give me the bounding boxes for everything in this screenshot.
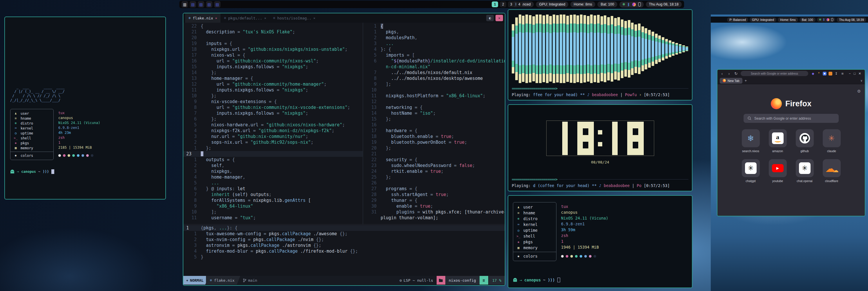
minimize-button[interactable]: − (849, 72, 850, 75)
window-button-1[interactable]: ▤ (190, 1, 196, 7)
code-line: 2 sops-nix.url = "github:Mic92/sops-nix"… (183, 139, 363, 145)
back-button[interactable]: ‹ (720, 71, 724, 76)
shortcut-claude[interactable]: ✳claude (823, 129, 841, 153)
bluetooth-icon[interactable]: ᛒ (823, 18, 825, 21)
fetch-value: 4h 23m (58, 131, 100, 136)
terminal-palette-dots (58, 153, 100, 158)
shortcut-youtube[interactable]: ▶youtube (769, 159, 787, 183)
shortcut-search-nixos[interactable]: ❄search.nixos (742, 129, 760, 153)
buffer-close-icon[interactable]: ✕ (264, 16, 266, 20)
terminal-window-right[interactable]: ♟user≡hname❄distro⌨kernel◷uptime>_shell❖… (508, 195, 692, 288)
clock-window[interactable]: 08/08/24 ======================> Playing… (508, 104, 692, 192)
color-picker-icon[interactable] (827, 18, 829, 21)
code-line: 9 "x86_64-linux" (183, 203, 363, 209)
search-input[interactable]: Search with Google or enter address (744, 114, 839, 123)
fastfetch-output: ♟user≡hname❄distro⌨kernel◷uptime>_shell❖… (513, 202, 687, 261)
editor-pane-pkgs-default[interactable]: 1{pkgs, ...}: {1 tux-awesome-wm-config =… (183, 224, 505, 276)
cava-bar (519, 14, 521, 83)
reload-button[interactable]: ↻ (734, 71, 738, 76)
window-button-3[interactable]: ▤ (206, 1, 212, 7)
forward-button[interactable]: › (727, 71, 731, 76)
color-picker-icon[interactable] (632, 3, 636, 6)
line-number: 3 (183, 134, 201, 139)
shortcut-label: github (796, 149, 814, 153)
shortcut-amazon[interactable]: aamazon (769, 129, 787, 153)
neovim-window[interactable]: ❄flake.nix✕❄pkgs/default...✕❄hosts/isoIm… (183, 13, 505, 286)
window-button-4[interactable]: ▤ (214, 1, 220, 7)
terminal-window-left[interactable]: _ ___ ____ ____ / |/ (_)_ __ / __ \/ __/… (4, 17, 166, 200)
buffer-close-button[interactable]: ✕ (496, 15, 503, 21)
terminal-cursor (51, 169, 54, 174)
cava-bar (611, 16, 613, 82)
workspace-button-4[interactable]: 4 (516, 1, 523, 7)
code-line: 3 nixpkgs, (183, 169, 363, 174)
personalize-gear-icon[interactable]: ⚙ (857, 89, 861, 93)
tab-list-chevron-icon[interactable]: ∨ (861, 79, 863, 82)
workspaces: 1234 (492, 1, 523, 7)
clock-date: 08/08/24 (512, 160, 688, 164)
buffer-tab-flake-nix[interactable]: ❄flake.nix✕ (185, 13, 220, 23)
menu-button[interactable]: ≡ (840, 71, 845, 76)
url-bar[interactable]: Search with Google or enter address (741, 71, 808, 76)
addon-icon-2[interactable]: ❜ (817, 72, 821, 76)
workspace-button-3[interactable]: 3 (508, 1, 514, 7)
shell-prompt[interactable]: →canopus~))) (513, 278, 687, 282)
network-icon[interactable]: ❋ (622, 2, 625, 6)
app-launcher-button[interactable]: ▥ (182, 1, 188, 7)
cava-bar (553, 14, 555, 83)
palette-dot (77, 154, 80, 157)
maximize-button[interactable]: □ (854, 72, 856, 75)
workspace-button-1[interactable]: 1 (492, 1, 498, 7)
shortcut-github[interactable]: github (796, 129, 814, 153)
tab-new-tab[interactable]: New Tab (720, 78, 742, 84)
cava-visualizer (512, 14, 688, 84)
fetch-values: tuxcanopusNixOS 24.11 (Vicuna)6.9.8-zen1… (556, 202, 608, 261)
cava-bar (655, 34, 658, 64)
line-number: 13 (183, 76, 201, 81)
lsp-status: ⚙LSP ~ null-ls (400, 278, 433, 283)
buffer-tab-pkgs-default-[interactable]: ❄pkgs/default...✕ (220, 13, 270, 23)
fetch-label: uptime (21, 131, 33, 135)
fetch-row: ⌨kernel (13, 126, 51, 131)
buffer-close-icon[interactable]: ✕ (313, 16, 315, 20)
workspace-button-2[interactable]: 2 (500, 1, 506, 7)
buffer-close-icon[interactable]: ✕ (215, 16, 217, 20)
prompt-chevrons: ))) (43, 170, 49, 174)
editor-pane-iso-image[interactable]: 1{1 pkgs,2 modulesPath,3 ...4}: {5 impor… (363, 23, 505, 224)
line-number: 4 (363, 47, 381, 52)
line-number: 3 (183, 242, 201, 248)
addon-icon-4[interactable] (829, 72, 832, 76)
window-button-2[interactable]: ▤ (198, 1, 204, 7)
line-number: 15 (363, 116, 381, 122)
addon-icon-3[interactable] (823, 72, 827, 76)
phone-icon[interactable] (638, 2, 641, 6)
code-line: 21 (363, 151, 505, 157)
code-line: 5 imports = [ (363, 52, 505, 58)
editor-pane-flake-nix[interactable]: 22{21 description = "tux's NixOS Flake";… (183, 23, 363, 224)
line-number: 23 (363, 163, 381, 169)
addon-icon-1[interactable]: ◆ (811, 72, 815, 76)
cava-bar (539, 14, 541, 83)
network-icon[interactable]: ❋ (819, 18, 821, 21)
shortcut-chatgpt[interactable]: ✳chatgpt (742, 159, 760, 183)
cava-bar (682, 45, 685, 52)
shortcut-chat-openai[interactable]: ✳chat.openai (796, 159, 814, 183)
new-tab-button[interactable]: + (745, 79, 747, 83)
line-number: 3 (183, 169, 201, 174)
firefox-window[interactable]: ‹ › ↻ Search with Google or enter addres… (717, 69, 865, 216)
cava-bar (515, 18, 518, 80)
clock-pill-secondary: Thu Aug 08, 18:39 (837, 18, 866, 22)
palette-dot (570, 255, 573, 258)
phone-icon[interactable] (831, 18, 833, 21)
close-button[interactable]: ✕ (859, 72, 861, 76)
code-line: 27 programs = { (363, 186, 505, 192)
buffer-tab-hosts-isoImag-[interactable]: ❄hosts/isoImag..✕ (270, 13, 319, 23)
cava-window[interactable]: ======================> Playing: ffee fo… (508, 9, 692, 100)
buffer-picker-button[interactable]: ◐ (486, 15, 494, 21)
cava-bar (607, 17, 610, 81)
gear-icon: ⚙ (400, 278, 402, 283)
shell-prompt[interactable]: →canopus~))) (10, 169, 160, 174)
shortcut-cloudflare[interactable]: ☁☁cloudflare (823, 159, 841, 183)
addon-icon-5[interactable]: ↧ (834, 72, 838, 76)
bluetooth-icon[interactable]: ᛒ (627, 2, 630, 7)
